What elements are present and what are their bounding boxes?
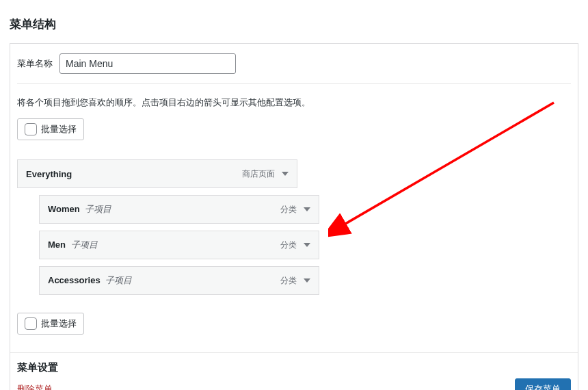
menu-item[interactable]: Everything 商店页面 — [17, 159, 297, 188]
page-title: 菜单结构 — [10, 16, 578, 32]
save-menu-button[interactable]: 保存菜单 — [515, 378, 571, 390]
menu-item-type: 分类 — [280, 275, 297, 287]
menu-item[interactable]: Men 子项目 分类 — [39, 231, 319, 259]
menu-name-label: 菜单名称 — [17, 57, 53, 70]
checkbox-icon — [25, 123, 37, 135]
bulk-select-bottom[interactable]: 批量选择 — [17, 313, 84, 335]
instructions-text: 将各个项目拖到您喜欢的顺序。点击项目右边的箭头可显示其他配置选项。 — [17, 96, 571, 109]
chevron-down-icon — [304, 207, 310, 211]
delete-menu-link[interactable]: 删除菜单 — [17, 383, 53, 390]
menu-name-row: 菜单名称 — [17, 53, 571, 84]
menu-item-title: Accessories 子项目 — [48, 274, 132, 287]
menu-item-type: 分类 — [280, 204, 297, 216]
menu-item-title: Everything — [26, 169, 75, 179]
menu-item-toggle[interactable]: 分类 — [280, 239, 310, 251]
menu-item[interactable]: Women 子项目 分类 — [39, 195, 319, 224]
chevron-down-icon — [304, 278, 310, 283]
menu-item-type: 商店页面 — [242, 168, 275, 180]
chevron-down-icon — [282, 172, 289, 176]
bulk-select-top-label: 批量选择 — [41, 123, 77, 135]
checkbox-icon — [25, 317, 37, 330]
bulk-select-bottom-label: 批量选择 — [41, 317, 77, 330]
menu-item-toggle[interactable]: 商店页面 — [242, 168, 289, 180]
menu-item-toggle[interactable]: 分类 — [280, 204, 310, 216]
menu-panel: 菜单名称 将各个项目拖到您喜欢的顺序。点击项目右边的箭头可显示其他配置选项。 批… — [10, 43, 578, 390]
menu-item-toggle[interactable]: 分类 — [280, 275, 310, 287]
settings-heading: 菜单设置 — [17, 361, 571, 374]
menu-item-type: 分类 — [280, 239, 297, 251]
bulk-select-top[interactable]: 批量选择 — [17, 118, 84, 140]
menu-items-list: Everything 商店页面 Women 子项目 分类 — [17, 159, 571, 295]
menu-item[interactable]: Accessories 子项目 分类 — [39, 266, 319, 295]
divider — [10, 352, 578, 353]
menu-name-input[interactable] — [59, 53, 236, 74]
chevron-down-icon — [304, 243, 310, 247]
menu-item-title: Women 子项目 — [48, 203, 111, 216]
footer-row: 删除菜单 保存菜单 — [17, 378, 571, 390]
menu-item-title: Men 子项目 — [48, 239, 98, 251]
